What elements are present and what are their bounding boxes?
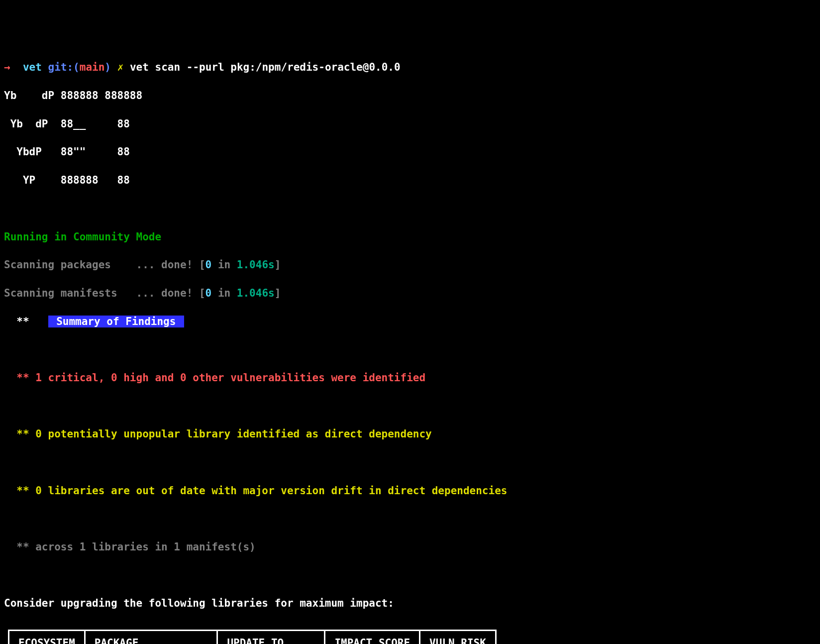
scan-line: Scanning packages ... done! [0 in 1.046s… bbox=[4, 258, 816, 272]
scan-line: Scanning manifests ... done! [0 in 1.046… bbox=[4, 286, 816, 300]
git-branch: main bbox=[80, 61, 105, 73]
prompt-line-1[interactable]: → vet git:(main) ✗ vet scan --purl pkg:/… bbox=[4, 60, 816, 74]
header-ecosystem: ECOSYSTEM bbox=[9, 631, 85, 644]
finding-critical: ** 1 critical, 0 high and 0 other vulner… bbox=[4, 371, 816, 385]
finding-drift: ** 0 libraries are out of date with majo… bbox=[4, 484, 816, 498]
prompt-dir: vet bbox=[23, 61, 42, 73]
ascii-art-line: YbdP 88"" 88 bbox=[4, 145, 816, 159]
header-vuln-risk: VULN RISK bbox=[420, 631, 496, 644]
ascii-art-line: Yb dP 888888 888888 bbox=[4, 89, 816, 103]
summary-heading: ** Summary of Findings bbox=[4, 315, 816, 328]
git-suffix: ) bbox=[104, 61, 111, 73]
ascii-art-line: Yb dP 88__ 88 bbox=[4, 117, 816, 131]
git-prefix: git:( bbox=[48, 61, 80, 73]
finding-unpopular: ** 0 potentially unpopular library ident… bbox=[4, 427, 816, 441]
header-package: PACKAGE bbox=[85, 631, 217, 644]
finding-across: ** across 1 libraries in 1 manifest(s) bbox=[4, 540, 816, 554]
upgrade-heading: Consider upgrading the following librari… bbox=[4, 596, 816, 610]
ascii-art-line: YP 888888 88 bbox=[4, 173, 816, 187]
arrow-icon: → bbox=[4, 61, 10, 73]
header-impact-score: IMPACT SCORE bbox=[325, 631, 420, 644]
header-update-to: UPDATE TO bbox=[217, 631, 325, 644]
dirty-icon: ✗ bbox=[117, 61, 124, 73]
command-text: vet scan --purl pkg:/npm/redis-oracle@0.… bbox=[130, 61, 401, 73]
table-header-row: ECOSYSTEM PACKAGE UPDATE TO IMPACT SCORE… bbox=[9, 631, 496, 644]
mode-line: Running in Community Mode bbox=[4, 230, 816, 244]
summary-badge: Summary of Findings bbox=[48, 316, 185, 327]
terminal-output: → vet git:(main) ✗ vet scan --purl pkg:/… bbox=[4, 60, 816, 644]
upgrade-table: ECOSYSTEM PACKAGE UPDATE TO IMPACT SCORE… bbox=[8, 630, 497, 644]
